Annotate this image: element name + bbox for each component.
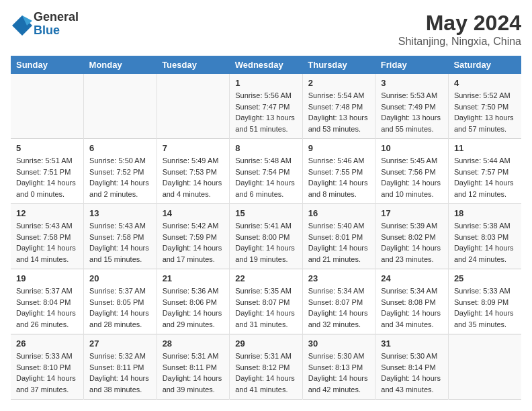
calendar-cell: 15Sunrise: 5:41 AMSunset: 8:00 PMDayligh… bbox=[230, 204, 303, 269]
day-number: 8 bbox=[235, 143, 297, 153]
day-number: 18 bbox=[454, 208, 516, 218]
logo-text: General Blue bbox=[34, 11, 79, 38]
cell-info: Sunrise: 5:33 AMSunset: 8:10 PMDaylight:… bbox=[16, 351, 78, 395]
calendar-cell: 14Sunrise: 5:42 AMSunset: 7:59 PMDayligh… bbox=[157, 204, 230, 269]
calendar-cell: 19Sunrise: 5:37 AMSunset: 8:04 PMDayligh… bbox=[11, 269, 84, 334]
month-year: May 2024 bbox=[398, 11, 521, 36]
cell-info: Sunrise: 5:43 AMSunset: 7:58 PMDaylight:… bbox=[89, 220, 151, 265]
calendar-cell: 7Sunrise: 5:49 AMSunset: 7:53 PMDaylight… bbox=[157, 139, 230, 204]
calendar-cell: 4Sunrise: 5:52 AMSunset: 7:50 PMDaylight… bbox=[448, 74, 521, 139]
week-row-4: 19Sunrise: 5:37 AMSunset: 8:04 PMDayligh… bbox=[11, 269, 521, 334]
calendar-cell: 11Sunrise: 5:44 AMSunset: 7:57 PMDayligh… bbox=[448, 139, 521, 204]
cell-info: Sunrise: 5:33 AMSunset: 8:09 PMDaylight:… bbox=[454, 285, 516, 330]
cell-info: Sunrise: 5:52 AMSunset: 7:50 PMDaylight:… bbox=[454, 90, 516, 134]
cell-info: Sunrise: 5:45 AMSunset: 7:56 PMDaylight:… bbox=[381, 155, 443, 199]
day-number: 2 bbox=[308, 78, 370, 88]
day-number: 24 bbox=[381, 273, 443, 283]
cell-info: Sunrise: 5:32 AMSunset: 8:11 PMDaylight:… bbox=[89, 351, 151, 395]
calendar-cell: 28Sunrise: 5:31 AMSunset: 8:11 PMDayligh… bbox=[157, 334, 230, 400]
calendar-cell: 21Sunrise: 5:36 AMSunset: 8:06 PMDayligh… bbox=[157, 269, 230, 334]
page-header: General Blue May 2024 Shitanjing, Ningxi… bbox=[11, 11, 521, 48]
day-number: 22 bbox=[235, 273, 297, 283]
cell-info: Sunrise: 5:36 AMSunset: 8:06 PMDaylight:… bbox=[163, 285, 224, 330]
cell-info: Sunrise: 5:39 AMSunset: 8:02 PMDaylight:… bbox=[381, 220, 443, 265]
calendar-cell: 2Sunrise: 5:54 AMSunset: 7:48 PMDaylight… bbox=[302, 74, 375, 139]
calendar-cell: 27Sunrise: 5:32 AMSunset: 8:11 PMDayligh… bbox=[84, 334, 157, 400]
cell-info: Sunrise: 5:49 AMSunset: 7:53 PMDaylight:… bbox=[163, 155, 224, 199]
day-number: 27 bbox=[89, 338, 151, 349]
calendar-cell: 17Sunrise: 5:39 AMSunset: 8:02 PMDayligh… bbox=[375, 204, 449, 269]
day-header-thursday: Thursday bbox=[302, 56, 375, 74]
week-row-2: 5Sunrise: 5:51 AMSunset: 7:51 PMDaylight… bbox=[11, 139, 521, 204]
cell-info: Sunrise: 5:37 AMSunset: 8:04 PMDaylight:… bbox=[16, 285, 78, 330]
calendar-cell: 13Sunrise: 5:43 AMSunset: 7:58 PMDayligh… bbox=[84, 204, 157, 269]
logo: General Blue bbox=[11, 11, 79, 38]
calendar-header: SundayMondayTuesdayWednesdayThursdayFrid… bbox=[11, 56, 521, 74]
day-number: 25 bbox=[454, 273, 516, 283]
calendar-cell: 1Sunrise: 5:56 AMSunset: 7:47 PMDaylight… bbox=[230, 74, 303, 139]
calendar-cell: 6Sunrise: 5:50 AMSunset: 7:52 PMDaylight… bbox=[84, 139, 157, 204]
logo-blue-text: Blue bbox=[34, 24, 79, 38]
cell-info: Sunrise: 5:48 AMSunset: 7:54 PMDaylight:… bbox=[235, 155, 297, 199]
day-number: 12 bbox=[16, 208, 78, 218]
title-block: May 2024 Shitanjing, Ningxia, China bbox=[398, 11, 521, 48]
calendar-body: 1Sunrise: 5:56 AMSunset: 7:47 PMDaylight… bbox=[11, 74, 521, 400]
day-number: 30 bbox=[308, 338, 370, 349]
day-header-wednesday: Wednesday bbox=[230, 56, 303, 74]
calendar-cell: 9Sunrise: 5:46 AMSunset: 7:55 PMDaylight… bbox=[302, 139, 375, 204]
day-number: 14 bbox=[163, 208, 224, 218]
calendar-cell bbox=[11, 74, 84, 139]
calendar-cell: 25Sunrise: 5:33 AMSunset: 8:09 PMDayligh… bbox=[448, 269, 521, 334]
week-row-3: 12Sunrise: 5:43 AMSunset: 7:58 PMDayligh… bbox=[11, 204, 521, 269]
calendar-cell: 20Sunrise: 5:37 AMSunset: 8:05 PMDayligh… bbox=[84, 269, 157, 334]
day-number: 31 bbox=[381, 338, 443, 349]
day-number: 26 bbox=[16, 338, 78, 349]
cell-info: Sunrise: 5:37 AMSunset: 8:05 PMDaylight:… bbox=[89, 285, 151, 330]
calendar-cell: 26Sunrise: 5:33 AMSunset: 8:10 PMDayligh… bbox=[11, 334, 84, 400]
day-number: 6 bbox=[89, 143, 151, 153]
logo-general-text: General bbox=[34, 11, 79, 24]
day-number: 7 bbox=[163, 143, 224, 153]
cell-info: Sunrise: 5:35 AMSunset: 8:07 PMDaylight:… bbox=[235, 285, 297, 330]
day-number: 13 bbox=[89, 208, 151, 218]
calendar-cell: 23Sunrise: 5:34 AMSunset: 8:07 PMDayligh… bbox=[302, 269, 375, 334]
day-header-saturday: Saturday bbox=[448, 56, 521, 74]
cell-info: Sunrise: 5:51 AMSunset: 7:51 PMDaylight:… bbox=[16, 155, 78, 199]
day-number: 19 bbox=[16, 273, 78, 283]
day-number: 10 bbox=[381, 143, 443, 153]
cell-info: Sunrise: 5:30 AMSunset: 8:13 PMDaylight:… bbox=[308, 351, 370, 395]
day-number: 11 bbox=[454, 143, 516, 153]
calendar-table: SundayMondayTuesdayWednesdayThursdayFrid… bbox=[11, 56, 521, 400]
calendar-cell: 22Sunrise: 5:35 AMSunset: 8:07 PMDayligh… bbox=[230, 269, 303, 334]
day-number: 16 bbox=[308, 208, 370, 218]
day-number: 5 bbox=[16, 143, 78, 153]
calendar-cell bbox=[157, 74, 230, 139]
cell-info: Sunrise: 5:40 AMSunset: 8:01 PMDaylight:… bbox=[308, 220, 370, 265]
day-number: 23 bbox=[308, 273, 370, 283]
day-header-friday: Friday bbox=[375, 56, 449, 74]
calendar-cell: 10Sunrise: 5:45 AMSunset: 7:56 PMDayligh… bbox=[375, 139, 449, 204]
calendar-cell: 24Sunrise: 5:34 AMSunset: 8:08 PMDayligh… bbox=[375, 269, 449, 334]
day-number: 9 bbox=[308, 143, 370, 153]
cell-info: Sunrise: 5:34 AMSunset: 8:07 PMDaylight:… bbox=[308, 285, 370, 330]
cell-info: Sunrise: 5:54 AMSunset: 7:48 PMDaylight:… bbox=[308, 90, 370, 134]
day-header-sunday: Sunday bbox=[11, 56, 84, 74]
header-row: SundayMondayTuesdayWednesdayThursdayFrid… bbox=[11, 56, 521, 74]
calendar-cell: 12Sunrise: 5:43 AMSunset: 7:58 PMDayligh… bbox=[11, 204, 84, 269]
cell-info: Sunrise: 5:41 AMSunset: 8:00 PMDaylight:… bbox=[235, 220, 297, 265]
calendar-cell: 18Sunrise: 5:38 AMSunset: 8:03 PMDayligh… bbox=[448, 204, 521, 269]
calendar-cell bbox=[448, 334, 521, 400]
day-number: 4 bbox=[454, 78, 516, 88]
cell-info: Sunrise: 5:31 AMSunset: 8:12 PMDaylight:… bbox=[235, 351, 297, 395]
cell-info: Sunrise: 5:43 AMSunset: 7:58 PMDaylight:… bbox=[16, 220, 78, 265]
day-number: 29 bbox=[235, 338, 297, 349]
cell-info: Sunrise: 5:34 AMSunset: 8:08 PMDaylight:… bbox=[381, 285, 443, 330]
cell-info: Sunrise: 5:30 AMSunset: 8:14 PMDaylight:… bbox=[381, 351, 443, 395]
location: Shitanjing, Ningxia, China bbox=[398, 36, 521, 48]
cell-info: Sunrise: 5:53 AMSunset: 7:49 PMDaylight:… bbox=[381, 90, 443, 134]
day-number: 15 bbox=[235, 208, 297, 218]
day-number: 21 bbox=[163, 273, 224, 283]
calendar-cell: 5Sunrise: 5:51 AMSunset: 7:51 PMDaylight… bbox=[11, 139, 84, 204]
cell-info: Sunrise: 5:44 AMSunset: 7:57 PMDaylight:… bbox=[454, 155, 516, 199]
calendar-cell: 16Sunrise: 5:40 AMSunset: 8:01 PMDayligh… bbox=[302, 204, 375, 269]
